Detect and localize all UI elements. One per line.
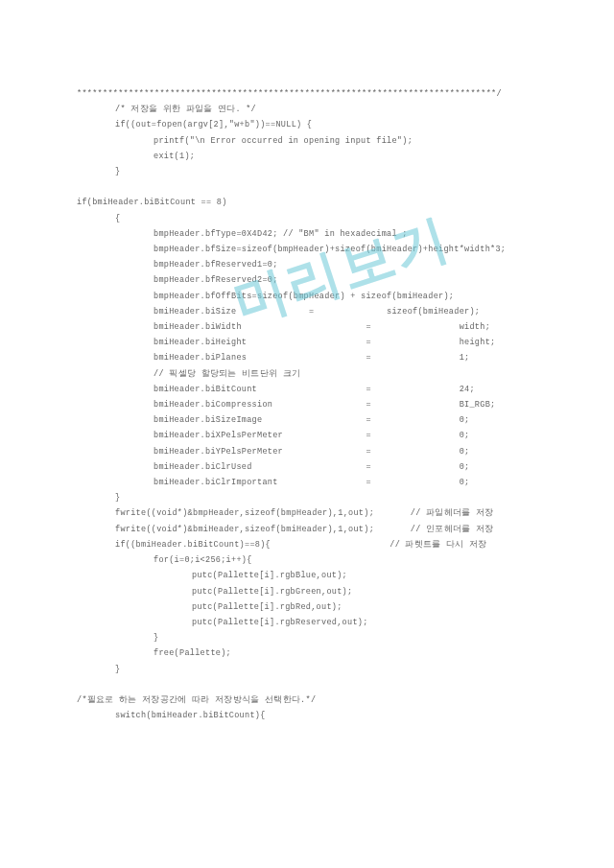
code-line bbox=[77, 179, 561, 195]
code-line: bmiHeader.biClrImportant = 0; bbox=[77, 475, 561, 490]
code-line: switch(bmiHeader.biBitCount){ bbox=[77, 708, 561, 723]
code-line: putc(Pallette[i].rgbGreen,out); bbox=[77, 584, 561, 599]
code-line: bmiHeader.biWidth = width; bbox=[77, 319, 561, 335]
code-line: printf("\n Error occurred in opening inp… bbox=[77, 133, 561, 149]
code-line: bmiHeader.biCompression = BI_RGB; bbox=[77, 397, 561, 412]
document-page: 미리보기 ***********************************… bbox=[0, 0, 614, 868]
code-line: fwrite((void*)&bmpHeader,sizeof(bmpHeade… bbox=[77, 505, 561, 521]
code-line: bmpHeader.bfType=0X4D42; // "BM" in hexa… bbox=[77, 226, 561, 242]
code-line: /*필요로 하는 저장공간에 따라 저장방식을 선택한다.*/ bbox=[77, 692, 561, 708]
code-line bbox=[77, 677, 561, 692]
code-line: bmiHeader.biBitCount = 24; bbox=[77, 382, 561, 397]
code-line: putc(Pallette[i].rgbRed,out); bbox=[77, 599, 561, 615]
code-line: if(bmiHeader.biBitCount == 8) bbox=[77, 195, 561, 210]
code-line: for(i=0;i<256;i++){ bbox=[77, 552, 561, 568]
code-line: bmiHeader.biHeight = height; bbox=[77, 335, 561, 350]
code-line: } bbox=[77, 164, 561, 179]
code-line: bmpHeader.bfReserved1=0; bbox=[77, 257, 561, 272]
code-line: bmpHeader.bfOffBits=sizeof(bmpHeader) + … bbox=[77, 289, 561, 304]
code-line: fwrite((void*)&bmiHeader,sizeof(bmiHeade… bbox=[77, 522, 561, 537]
code-line: bmiHeader.biSizeImage = 0; bbox=[77, 412, 561, 428]
code-line: bmiHeader.biYPelsPerMeter = 0; bbox=[77, 444, 561, 459]
code-line: } bbox=[77, 490, 561, 505]
code-line: /* 저장을 위한 파일을 연다. */ bbox=[77, 102, 561, 117]
code-line: exit(1); bbox=[77, 149, 561, 164]
code-line: putc(Pallette[i].rgbBlue,out); bbox=[77, 568, 561, 583]
code-line: // 픽셀당 할당되는 비트단위 크기 bbox=[77, 366, 561, 382]
code-line: bmiHeader.biClrUsed = 0; bbox=[77, 459, 561, 475]
code-line: { bbox=[77, 211, 561, 226]
code-line: bmiHeader.biSize = sizeof(bmiHeader); bbox=[77, 304, 561, 319]
code-line: putc(Pallette[i].rgbReserved,out); bbox=[77, 615, 561, 630]
code-line: ****************************************… bbox=[77, 86, 561, 102]
code-line: if((out=fopen(argv[2],"w+b"))==NULL) { bbox=[77, 117, 561, 132]
code-line: bmpHeader.bfSize=sizeof(bmpHeader)+sizeo… bbox=[77, 242, 561, 257]
code-line: bmiHeader.biPlanes = 1; bbox=[77, 350, 561, 365]
code-line: } bbox=[77, 630, 561, 645]
code-line: if((bmiHeader.biBitCount)==8){ // 파렛트를 다… bbox=[77, 537, 561, 552]
code-block: ****************************************… bbox=[77, 86, 561, 723]
code-line: bmiHeader.biXPelsPerMeter = 0; bbox=[77, 428, 561, 443]
code-line: free(Pallette); bbox=[77, 645, 561, 661]
code-line: } bbox=[77, 662, 561, 677]
code-line: bmpHeader.bfReserved2=0; bbox=[77, 272, 561, 288]
